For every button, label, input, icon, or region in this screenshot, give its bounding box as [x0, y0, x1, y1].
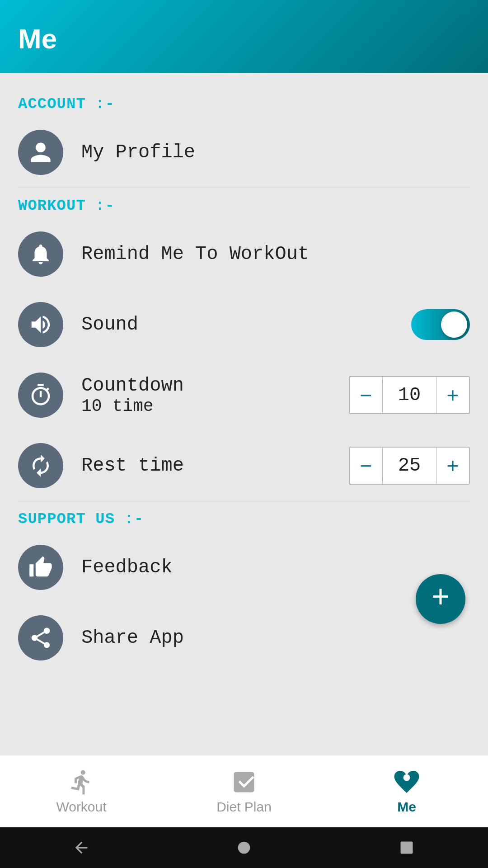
rest-time-increase-button[interactable]: + [436, 448, 469, 484]
sound-toggle[interactable] [411, 309, 470, 340]
page-title: Me [18, 23, 57, 54]
person-icon [28, 140, 53, 165]
remind-workout-label: Remind Me To WorkOut [81, 243, 470, 265]
home-icon [235, 839, 253, 857]
toggle-knob [441, 311, 467, 338]
countdown-value: 10 [382, 377, 436, 413]
thumbsup-icon-circle [18, 545, 63, 590]
feedback-item[interactable]: Feedback [0, 532, 488, 603]
nav-item-me[interactable]: Me [348, 769, 465, 815]
section-workout-label: WORKOUT :- [0, 188, 488, 219]
rest-time-item: Rest time − 25 + [0, 430, 488, 501]
countdown-item: Countdown 10 time − 10 + [0, 360, 488, 430]
main-wrapper: ACCOUNT :- My Profile WORKOUT :- Remind … [0, 73, 488, 755]
system-recent-button[interactable] [393, 834, 420, 861]
countdown-label-group: Countdown 10 time [81, 375, 349, 416]
rest-time-decrease-button[interactable]: − [350, 448, 382, 484]
plus-icon: + [431, 583, 450, 615]
workout-nav-icon [68, 769, 95, 796]
countdown-stepper: − 10 + [349, 376, 470, 414]
me-nav-icon [393, 769, 420, 796]
share-app-item[interactable]: Share App [0, 603, 488, 673]
share-icon [28, 626, 53, 650]
volume-icon [28, 312, 53, 337]
bell-icon [28, 242, 53, 266]
system-home-button[interactable] [230, 834, 258, 861]
back-icon [72, 839, 90, 857]
feedback-label: Feedback [81, 557, 470, 578]
countdown-main-label: Countdown [81, 375, 349, 396]
system-back-button[interactable] [68, 834, 95, 861]
nav-item-diet-plan[interactable]: Diet Plan [185, 769, 303, 815]
timer-icon-circle [18, 373, 63, 418]
countdown-increase-button[interactable]: + [436, 377, 469, 413]
section-account-label: ACCOUNT :- [0, 86, 488, 117]
my-profile-item[interactable]: My Profile [0, 117, 488, 188]
sound-item[interactable]: Sound [0, 289, 488, 360]
remind-workout-item[interactable]: Remind Me To WorkOut [0, 219, 488, 289]
svg-point-1 [238, 842, 250, 854]
share-app-label: Share App [81, 627, 470, 649]
thumbsup-icon [28, 555, 53, 580]
refresh-icon-circle [18, 443, 63, 488]
main-content: ACCOUNT :- My Profile WORKOUT :- Remind … [0, 73, 488, 687]
rest-time-stepper: − 25 + [349, 447, 470, 485]
bell-icon-circle [18, 231, 63, 277]
my-profile-label: My Profile [81, 142, 470, 163]
nav-label-workout: Workout [56, 799, 106, 815]
nav-item-workout[interactable]: Workout [23, 769, 140, 815]
section-support-label: SUPPORT US :- [0, 501, 488, 532]
header: Me [0, 0, 488, 73]
countdown-sub-label: 10 time [81, 396, 349, 416]
system-nav [0, 827, 488, 868]
countdown-decrease-button[interactable]: − [350, 377, 382, 413]
bottom-nav: Workout Diet Plan Me [0, 755, 488, 827]
nav-label-me: Me [397, 799, 416, 815]
recent-icon [399, 840, 415, 856]
person-icon-circle [18, 130, 63, 175]
rest-time-label: Rest time [81, 455, 349, 476]
fab-add-button[interactable]: + [416, 574, 465, 624]
rest-time-value: 25 [382, 448, 436, 484]
nav-label-diet-plan: Diet Plan [216, 799, 272, 815]
sound-label: Sound [81, 314, 411, 335]
refresh-icon [28, 453, 53, 478]
timer-icon [28, 383, 53, 407]
share-icon-circle [18, 615, 63, 660]
svg-rect-2 [401, 842, 413, 854]
volume-icon-circle [18, 302, 63, 347]
diet-plan-nav-icon [230, 769, 258, 796]
svg-point-0 [404, 774, 410, 781]
